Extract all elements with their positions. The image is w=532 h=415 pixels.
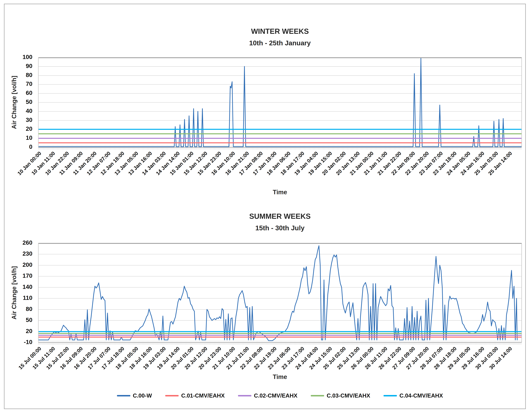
y-tick-label: 80: [6, 72, 32, 78]
y-tick-label: 110: [6, 295, 32, 301]
y-tick-label: 40: [6, 107, 32, 114]
legend-line-swatch-icon: [311, 395, 324, 396]
y-tick-label: 230: [6, 250, 32, 257]
y-tick-label: -10: [6, 339, 32, 346]
summer-chart-title: SUMMER WEEKS: [38, 212, 522, 221]
legend-line-swatch-icon: [238, 395, 251, 396]
summer-chart-subtitle: 15th - 30th July: [38, 224, 522, 232]
y-tick-label: 70: [6, 80, 32, 87]
y-tick-label: 50: [6, 98, 32, 105]
y-tick-label: 10: [6, 135, 32, 141]
axis-minor-tick-strip: [38, 343, 522, 345]
legend-line-swatch-icon: [117, 395, 130, 396]
y-tick-label: 30: [6, 116, 32, 123]
series-line-C.00-W: [38, 243, 522, 342]
legend-item-c01: C.01-CMV/EAHX: [165, 393, 225, 399]
y-tick-label: 20: [6, 125, 32, 132]
y-tick-label: 260: [6, 239, 32, 246]
legend-item-c00: C.00-W: [117, 393, 152, 399]
legend-label: C.03-CMV/EAHX: [327, 393, 370, 399]
y-tick-label: 90: [6, 63, 32, 69]
reference-line-C.03-CMV/EAHX: [38, 133, 522, 134]
y-tick-label: 170: [6, 272, 32, 279]
y-tick-label: 140: [6, 283, 32, 290]
legend-label: C.00-W: [133, 393, 152, 399]
plot-left-border: [38, 58, 38, 147]
legend-label: C.04-CMV/EAHX: [399, 393, 443, 399]
plot-right-border: [522, 243, 522, 342]
reference-line-C.01-CMV/EAHX: [38, 337, 522, 338]
reference-line-C.02-CMV/EAHX: [38, 335, 522, 336]
y-tick-label: 60: [6, 89, 32, 96]
plot-right-border: [522, 58, 522, 147]
legend-item-c02: C.02-CMV/EAHX: [238, 393, 297, 399]
legend-item-c03: C.03-CMV/EAHX: [311, 393, 370, 399]
winter-chart-title: WINTER WEEKS: [38, 27, 522, 36]
y-tick-label: 100: [6, 54, 32, 60]
legend-label: C.02-CMV/EAHX: [254, 393, 297, 399]
reference-line-C.02-CMV/EAHX: [38, 138, 522, 139]
plot-left-border: [38, 243, 38, 342]
legend-line-swatch-icon: [383, 395, 397, 396]
reference-line-C.04-CMV/EAHX: [38, 129, 522, 130]
figure-canvas: { "figure": { "background": "#FFFFFF", "…: [0, 0, 532, 415]
y-tick-label: 80: [6, 306, 32, 312]
y-tick-label: 200: [6, 261, 32, 268]
reference-line-C.04-CMV/EAHX: [38, 331, 522, 332]
y-tick-label: 0: [6, 144, 32, 150]
legend-item-c04: C.04-CMV/EAHX: [383, 393, 443, 399]
reference-line-C.01-CMV/EAHX: [38, 142, 522, 143]
chart-legend: C.00-W C.01-CMV/EAHX C.02-CMV/EAHX C.03-…: [38, 393, 522, 399]
reference-line-C.03-CMV/EAHX: [38, 333, 522, 334]
axis-minor-tick-strip: [38, 147, 522, 150]
y-tick-label: 20: [6, 328, 32, 335]
y-tick-label: 50: [6, 317, 32, 323]
legend-label: C.01-CMV/EAHX: [181, 393, 225, 399]
winter-chart-subtitle: 10th - 25th January: [38, 39, 522, 47]
legend-line-swatch-icon: [165, 395, 179, 396]
